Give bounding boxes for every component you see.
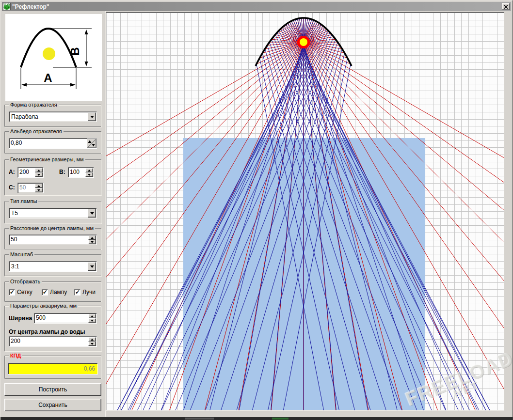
group-lamp-distance-legend: Расстояние до центра лампы, мм bbox=[9, 225, 95, 232]
group-aquarium-legend: Параметры аквариума, мм bbox=[9, 302, 78, 309]
shape-combobox[interactable]: Парабола bbox=[9, 111, 97, 122]
spin-down-icon bbox=[91, 241, 94, 243]
chevron-down-icon bbox=[90, 116, 94, 118]
dim-b-spin-up[interactable] bbox=[85, 168, 93, 172]
aquarium-width-spin-up[interactable] bbox=[88, 314, 96, 318]
dim-a-value: 200 bbox=[18, 168, 34, 177]
dim-c-spin-down bbox=[35, 188, 43, 192]
dim-b-spin-down[interactable] bbox=[85, 172, 93, 177]
group-albedo-legend: Альбедо отражателя bbox=[9, 128, 64, 135]
spin-down-icon bbox=[92, 144, 96, 147]
aquarium-width-field[interactable]: 500 bbox=[34, 313, 97, 324]
app-window: "Рефлектор" B bbox=[0, 0, 513, 420]
checkbox-rays-box[interactable] bbox=[74, 289, 80, 296]
spin-up-icon bbox=[91, 315, 94, 317]
diagram-b-label: B bbox=[68, 47, 81, 55]
spin-up-icon bbox=[88, 170, 91, 171]
build-button-label: Построить bbox=[39, 386, 67, 393]
dim-b-field[interactable]: 100 bbox=[68, 167, 94, 178]
lamp-type-value: T5 bbox=[9, 210, 88, 217]
lamp-type-dropdown-button[interactable] bbox=[88, 209, 96, 218]
scale-combobox[interactable]: 3:1 bbox=[9, 261, 97, 272]
spin-down-icon bbox=[91, 320, 94, 322]
group-lamp-type-legend: Тип лампы bbox=[9, 198, 38, 204]
group-display-options-legend: Отображать bbox=[9, 278, 42, 285]
dim-a-field[interactable]: 200 bbox=[17, 167, 44, 178]
albedo-field[interactable]: 0,80 bbox=[9, 138, 97, 149]
simulation-canvas bbox=[106, 13, 504, 410]
aquarium-depth-spin-down[interactable] bbox=[88, 342, 96, 346]
checkbox-lamp[interactable]: Лампу bbox=[42, 289, 67, 296]
drawing-area: FREELOAD .NET bbox=[106, 12, 504, 411]
checkbox-grid-label: Сетку bbox=[17, 289, 32, 296]
dim-b-label: B: bbox=[59, 169, 65, 175]
close-button[interactable] bbox=[502, 3, 510, 10]
aquarium-depth-value: 200 bbox=[9, 337, 88, 346]
group-efficiency: КПД 0,66 bbox=[4, 356, 101, 379]
spin-up-icon bbox=[91, 339, 94, 341]
desktop-sliver bbox=[0, 417, 513, 420]
dim-c-field: 50 bbox=[17, 183, 44, 193]
aquarium-width-spin-down[interactable] bbox=[88, 318, 96, 323]
spin-up-icon bbox=[37, 170, 40, 171]
checkbox-grid[interactable]: Сетку bbox=[9, 289, 32, 296]
diagram-lamp bbox=[43, 47, 55, 60]
spin-down-icon bbox=[37, 174, 40, 176]
group-lamp-type: Тип лампы T5 bbox=[4, 201, 101, 223]
close-icon bbox=[504, 5, 508, 9]
reflector-diagram: B A bbox=[5, 14, 102, 101]
chevron-down-icon bbox=[90, 265, 94, 268]
lamp-type-combobox[interactable]: T5 bbox=[9, 208, 97, 218]
spin-up-icon bbox=[88, 140, 92, 143]
checkbox-lamp-label: Лампу bbox=[50, 289, 67, 296]
lamp-distance-field[interactable]: 50 bbox=[9, 234, 97, 245]
shape-combobox-value: Парабола bbox=[9, 113, 88, 120]
dim-a-spin-up[interactable] bbox=[35, 168, 43, 172]
group-scale: Масштаб 3:1 bbox=[4, 254, 101, 276]
group-display-options: Отображать Сетку Лампу Лучи bbox=[4, 281, 101, 302]
group-dimensions-legend: Геометрические размеры, мм bbox=[9, 156, 85, 163]
save-button-label: Сохранить bbox=[38, 402, 67, 408]
lamp-distance-spin-down[interactable] bbox=[88, 240, 96, 244]
dim-a-label: A: bbox=[9, 169, 15, 175]
aquarium-depth-field[interactable]: 200 bbox=[9, 336, 97, 347]
diagram-a-label: A bbox=[44, 71, 52, 84]
lamp-distance-spin-up[interactable] bbox=[88, 235, 96, 240]
efficiency-bar: 0,66 bbox=[8, 363, 98, 374]
spin-up-icon bbox=[37, 185, 40, 187]
dim-b-value: 100 bbox=[68, 168, 85, 177]
checkbox-rays-label: Лучи bbox=[82, 289, 96, 296]
aquarium-width-label: Ширина bbox=[9, 315, 32, 322]
dim-c-spin-up bbox=[35, 184, 43, 188]
group-albedo: Альбедо отражателя 0,80 bbox=[4, 131, 101, 154]
albedo-spinner[interactable] bbox=[87, 139, 96, 148]
albedo-value: 0,80 bbox=[9, 139, 87, 148]
chevron-down-icon bbox=[90, 212, 94, 215]
shape-combobox-dropdown-button[interactable] bbox=[88, 112, 96, 121]
build-button[interactable]: Построить bbox=[4, 383, 101, 396]
save-button[interactable]: Сохранить bbox=[4, 399, 101, 411]
aquarium-depth-label: От центра лампы до воды bbox=[9, 328, 85, 335]
group-scale-legend: Масштаб bbox=[9, 251, 34, 258]
spin-down-icon bbox=[88, 174, 91, 176]
lamp-distance-value: 50 bbox=[9, 235, 88, 245]
dim-a-spin-down[interactable] bbox=[35, 172, 43, 177]
group-reflector-shape: Форма отражателя Парабола bbox=[4, 105, 101, 127]
title-bar[interactable]: "Рефлектор" bbox=[2, 2, 511, 11]
efficiency-value: 0,66 bbox=[84, 365, 95, 372]
group-aquarium: Параметры аквариума, мм Ширина 500 От це… bbox=[4, 306, 101, 351]
aquarium-depth-spin-up[interactable] bbox=[88, 337, 96, 342]
checkbox-rays[interactable]: Лучи bbox=[74, 289, 96, 296]
window-title: "Рефлектор" bbox=[12, 3, 49, 10]
checkbox-lamp-box[interactable] bbox=[42, 289, 48, 296]
spin-down-icon bbox=[37, 189, 40, 191]
checkbox-grid-box[interactable] bbox=[9, 289, 15, 296]
sidebar: B A Форма отражателя Парабола Альбедо от… bbox=[2, 11, 105, 417]
dim-c-label: C: bbox=[9, 184, 15, 191]
scale-dropdown-button[interactable] bbox=[88, 262, 96, 271]
group-efficiency-legend: КПД bbox=[9, 352, 22, 359]
app-icon bbox=[3, 3, 11, 10]
group-lamp-distance: Расстояние до центра лампы, мм 50 bbox=[4, 228, 101, 249]
scale-value: 3:1 bbox=[9, 263, 88, 270]
dim-c-value: 50 bbox=[18, 183, 34, 193]
